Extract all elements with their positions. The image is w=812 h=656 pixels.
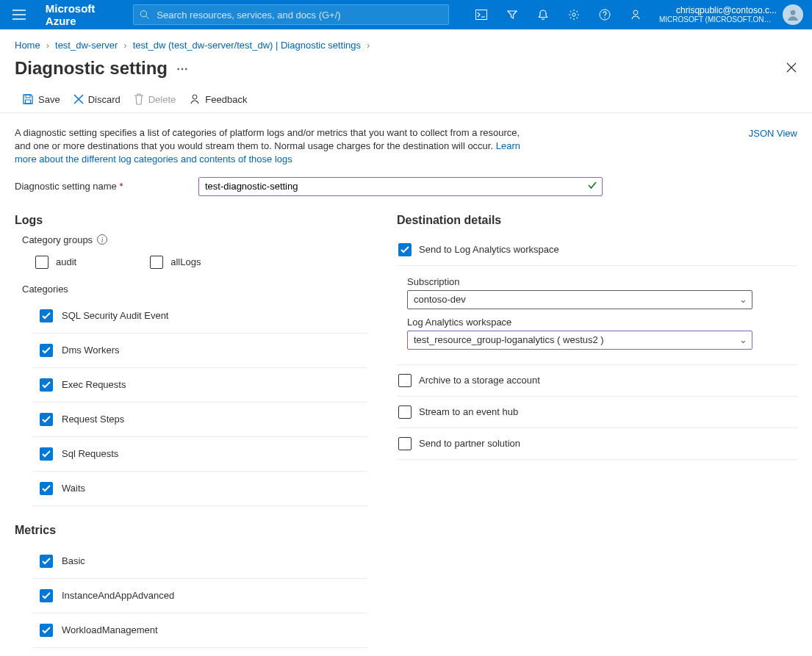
save-label: Save [38, 94, 60, 105]
cloud-shell-icon[interactable] [467, 0, 496, 29]
checkbox-alllogs[interactable] [150, 256, 163, 269]
delete-icon [134, 93, 144, 105]
checkbox-request-steps[interactable] [40, 413, 53, 426]
categories-label: Categories [22, 284, 367, 295]
logs-heading: Logs [15, 214, 367, 227]
subscription-select[interactable]: contoso-dev ⌄ [407, 290, 752, 309]
delete-label: Delete [148, 94, 176, 105]
category-label: Exec Requests [62, 379, 126, 390]
settings-icon[interactable] [559, 0, 589, 29]
svg-rect-9 [26, 100, 31, 104]
brand-label[interactable]: Microsoft Azure [41, 2, 124, 27]
feedback-header-icon[interactable] [621, 0, 650, 29]
svg-rect-2 [476, 10, 487, 20]
command-bar: Save Discard Delete Feedback [0, 87, 812, 113]
discard-button[interactable]: Discard [73, 94, 121, 105]
menu-icon[interactable] [6, 0, 32, 29]
metric-label: Basic [62, 555, 85, 566]
law-value: test_resource_group-loganalytics ( westu… [414, 334, 604, 345]
svg-point-10 [193, 95, 197, 99]
global-search[interactable] [133, 4, 449, 25]
svg-point-0 [140, 11, 146, 17]
checkbox-sql-requests[interactable] [40, 447, 53, 461]
checkbox-sql-security-audit-event[interactable] [40, 309, 53, 322]
page-title: Diagnostic setting ⋯ [15, 58, 189, 79]
dest-archive-label: Archive to a storage account [419, 375, 540, 386]
search-icon [140, 10, 149, 20]
notifications-icon[interactable] [528, 0, 558, 29]
discard-icon [73, 94, 84, 104]
law-label: Log Analytics workspace [407, 317, 797, 328]
checkbox-waits[interactable] [40, 482, 53, 495]
category-groups-label: Category groups i [22, 234, 367, 245]
chevron-down-icon: ⌄ [739, 334, 747, 345]
setting-name-input[interactable] [199, 178, 602, 195]
checkbox-workload-management[interactable] [40, 624, 53, 637]
close-button[interactable] [786, 62, 797, 76]
metric-label: InstanceAndAppAdvanced [62, 590, 174, 601]
breadcrumb-item[interactable]: test_dw-server [55, 40, 118, 51]
dest-la-label: Send to Log Analytics workspace [419, 244, 559, 255]
chevron-right-icon: › [123, 40, 126, 51]
account-menu[interactable]: chrisqpublic@contoso.c... MICROSOFT (MIC… [659, 4, 806, 25]
chevron-right-icon: › [367, 40, 370, 51]
valid-icon [587, 180, 597, 192]
checkbox-audit-label: audit [56, 256, 76, 267]
category-label: Sql Requests [62, 448, 118, 459]
checkbox-exec-requests[interactable] [40, 378, 53, 392]
help-icon[interactable] [590, 0, 619, 29]
more-actions-icon[interactable]: ⋯ [176, 62, 189, 76]
avatar [783, 4, 803, 25]
checkbox-send-to-log-analytics[interactable] [398, 243, 412, 256]
svg-point-6 [633, 10, 638, 15]
delete-button: Delete [134, 93, 176, 105]
user-org: MICROSOFT (MICROSOFT.ONMI... [659, 15, 777, 24]
search-input[interactable] [155, 9, 442, 21]
checkbox-alllogs-label: allLogs [170, 256, 201, 267]
breadcrumb-item[interactable]: test_dw (test_dw-server/test_dw) | Diagn… [133, 40, 361, 51]
description-text: A diagnostic setting specifies a list of… [15, 126, 529, 167]
chevron-down-icon: ⌄ [739, 294, 747, 305]
save-icon [22, 93, 34, 105]
svg-point-5 [604, 17, 605, 18]
feedback-icon [189, 93, 201, 105]
checkbox-archive-storage[interactable] [398, 374, 412, 387]
page-title-bar: Diagnostic setting ⋯ [0, 54, 812, 87]
checkbox-partner-solution[interactable] [398, 437, 412, 450]
global-header: Microsoft Azure chrisqpublic@contoso.c..… [0, 0, 812, 29]
checkbox-basic[interactable] [40, 555, 53, 568]
page-title-text: Diagnostic setting [15, 58, 168, 79]
svg-point-3 [572, 13, 575, 16]
category-label: Request Steps [62, 414, 124, 425]
checkbox-instance-and-app-advanced[interactable] [40, 589, 53, 602]
destination-heading: Destination details [397, 214, 797, 227]
subscription-label: Subscription [407, 276, 797, 287]
breadcrumb-item[interactable]: Home [15, 40, 40, 51]
category-label: Waits [62, 483, 85, 494]
dest-eventhub-label: Stream to an event hub [419, 406, 518, 417]
save-button[interactable]: Save [22, 93, 60, 105]
category-label: Dms Workers [62, 345, 119, 356]
info-icon[interactable]: i [97, 234, 107, 245]
checkbox-dms-workers[interactable] [40, 344, 53, 357]
dest-partner-label: Send to partner solution [419, 438, 520, 449]
log-analytics-workspace-select[interactable]: test_resource_group-loganalytics ( westu… [407, 331, 752, 350]
svg-point-7 [791, 10, 796, 15]
description-body: A diagnostic setting specifies a list of… [15, 127, 520, 151]
checkbox-audit[interactable] [35, 256, 48, 269]
feedback-button[interactable]: Feedback [189, 93, 247, 105]
setting-name-label: Diagnostic setting name * [15, 181, 184, 192]
chevron-right-icon: › [46, 40, 49, 51]
user-email: chrisqpublic@contoso.c... [659, 6, 777, 15]
checkbox-event-hub[interactable] [398, 406, 412, 419]
category-label: SQL Security Audit Event [62, 310, 168, 321]
breadcrumb: Home › test_dw-server › test_dw (test_dw… [0, 29, 812, 54]
svg-line-1 [146, 16, 149, 19]
setting-name-input-wrap[interactable] [198, 177, 603, 196]
filter-icon[interactable] [497, 0, 527, 29]
json-view-link[interactable]: JSON View [749, 126, 797, 139]
metrics-heading: Metrics [15, 524, 367, 537]
discard-label: Discard [88, 94, 121, 105]
feedback-label: Feedback [205, 94, 247, 105]
metric-label: WorkloadManagement [62, 624, 158, 635]
